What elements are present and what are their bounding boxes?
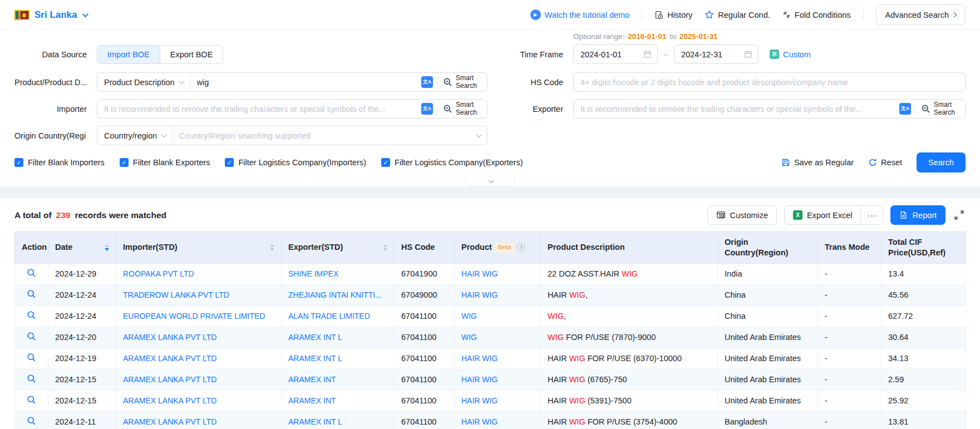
optional-range: Optional range: 2016-01-01 to 2025-01-31 bbox=[573, 32, 718, 41]
cell-importer-link[interactable]: ARAMEX LANKA PVT LTD bbox=[116, 327, 282, 348]
search-button[interactable]: Search bbox=[917, 152, 966, 172]
cell-product-link[interactable]: WIG bbox=[455, 327, 541, 348]
checkbox-filter-logistics-exporters[interactable]: ✓ Filter Logistics Company(Exporters) bbox=[381, 158, 523, 167]
advanced-search-button[interactable]: Advanced Search bbox=[876, 4, 966, 25]
cell-exporter-link[interactable]: ARAMEX INT L bbox=[282, 327, 395, 348]
chevron-down-icon bbox=[489, 177, 494, 183]
cell-trans-mode: - bbox=[818, 263, 881, 284]
exporter-smart-search-button[interactable]: Smart Search bbox=[915, 101, 965, 117]
cell-product-link[interactable]: WIG bbox=[455, 305, 541, 327]
cell-date: 2024-12-15 bbox=[48, 390, 116, 411]
cell-exporter-link[interactable]: ARAMEX INT bbox=[282, 390, 395, 411]
custom-label: Custom bbox=[783, 50, 811, 59]
cell-importer-link[interactable]: ARAMEX LANKA PVT LTD bbox=[116, 411, 282, 429]
importer-input-group: 文A Smart Search bbox=[97, 99, 487, 119]
reset-icon bbox=[868, 158, 877, 167]
checkbox-filter-logistics-importers[interactable]: ✓ Filter Logistics Company(Importers) bbox=[225, 158, 366, 167]
magnifier-icon[interactable] bbox=[27, 374, 36, 383]
cell-exporter-link[interactable]: SHINE IMPEX bbox=[282, 263, 395, 284]
magnifier-icon[interactable] bbox=[27, 332, 36, 341]
cell-importer-link[interactable]: ARAMEX LANKA PVT LTD bbox=[116, 390, 282, 411]
sort-icon[interactable] bbox=[105, 244, 109, 251]
info-icon[interactable]: i bbox=[517, 243, 525, 252]
translate-icon[interactable]: 文A bbox=[421, 76, 433, 88]
magnifier-icon[interactable] bbox=[27, 310, 36, 320]
cell-date: 2024-12-15 bbox=[48, 369, 116, 390]
hs-code-input[interactable] bbox=[574, 78, 965, 87]
magnifier-icon[interactable] bbox=[27, 395, 36, 405]
date-from-value: 2024-01-01 bbox=[580, 50, 622, 59]
cell-exporter-link[interactable]: ARAMEX INT L bbox=[282, 411, 395, 429]
row-detail-button[interactable] bbox=[15, 263, 48, 284]
date-to-input[interactable]: 2024-12-31 bbox=[674, 45, 759, 64]
cell-product-link[interactable]: HAIR WIG bbox=[455, 284, 541, 305]
row-detail-button[interactable] bbox=[15, 327, 48, 348]
regular-cond-button[interactable]: Regular Cond. bbox=[705, 10, 770, 19]
cell-product-link[interactable]: HAIR WIG bbox=[455, 390, 541, 411]
cell-product-link[interactable]: HAIR WIG bbox=[455, 263, 541, 284]
magnifier-icon[interactable] bbox=[27, 289, 36, 299]
row-detail-button[interactable] bbox=[15, 411, 48, 429]
cell-product-link[interactable]: HAIR WIG bbox=[455, 369, 541, 390]
exporter-input[interactable] bbox=[574, 105, 895, 114]
cell-importer-link[interactable]: ARAMEX LANKA PVT LTD bbox=[116, 348, 282, 369]
date-from-input[interactable]: 2024-01-01 bbox=[573, 45, 658, 64]
export-excel-button[interactable]: X Export Excel bbox=[785, 206, 860, 224]
cell-product-link[interactable]: HAIR WIG bbox=[455, 348, 541, 369]
cell-product-link[interactable]: HAIR WIG bbox=[455, 411, 541, 429]
collapse-panel-tab[interactable] bbox=[466, 177, 515, 186]
cell-importer-link[interactable]: TRADEROW LANKA PVT LTD bbox=[116, 284, 282, 305]
sort-icon[interactable] bbox=[383, 244, 387, 251]
product-field-select[interactable]: Product Description bbox=[97, 73, 190, 91]
save-as-regular-button[interactable]: Save as Regular bbox=[781, 158, 854, 167]
row-detail-button[interactable] bbox=[15, 284, 48, 305]
cell-exporter-link[interactable]: ALAN TRADE LIMITED bbox=[282, 305, 395, 327]
origin-country-input[interactable] bbox=[173, 131, 474, 140]
magnifier-icon[interactable] bbox=[27, 268, 36, 278]
customize-button[interactable]: Customize bbox=[707, 205, 777, 225]
report-button[interactable]: Report bbox=[890, 205, 945, 225]
cell-hs-code: 67049000 bbox=[395, 284, 455, 305]
cell-importer-link[interactable]: EUROPEAN WORLD PRIVATE LIMITED bbox=[116, 305, 282, 327]
cell-product-description: HAIR WIG, bbox=[541, 284, 718, 305]
magnifier-icon[interactable] bbox=[27, 353, 36, 362]
col-importer[interactable]: Importer(STD) bbox=[116, 232, 282, 264]
more-actions-button[interactable]: ··· bbox=[860, 206, 883, 224]
cell-importer-link[interactable]: ARAMEX LANKA PVT LTD bbox=[116, 369, 282, 390]
translate-icon[interactable]: 文A bbox=[899, 103, 911, 115]
importer-smart-search-button[interactable]: Smart Search bbox=[437, 101, 487, 117]
col-date[interactable]: Date bbox=[48, 232, 116, 264]
table-row: 2024-12-24TRADEROW LANKA PVT LTDZHEJIANG… bbox=[15, 284, 966, 305]
col-exporter[interactable]: Exporter(STD) bbox=[282, 232, 395, 264]
custom-range-button[interactable]: ⌘ Custom bbox=[770, 50, 811, 59]
translate-icon[interactable]: 文A bbox=[421, 103, 433, 115]
row-detail-button[interactable] bbox=[15, 348, 48, 369]
fold-conditions-button[interactable]: Fold Conditions bbox=[782, 11, 851, 19]
country-selector[interactable]: Sri Lanka bbox=[14, 9, 87, 21]
row-detail-button[interactable] bbox=[15, 305, 48, 327]
importer-input[interactable] bbox=[97, 105, 417, 114]
watch-tutorial-link[interactable]: ▶ Watch the tutorial demo bbox=[530, 9, 630, 20]
tab-import-boe[interactable]: Import BOE bbox=[97, 46, 160, 63]
cell-importer-link[interactable]: ROOPAKA PVT LTD bbox=[116, 263, 282, 284]
product-smart-search-button[interactable]: Smart Search bbox=[437, 75, 487, 90]
checkbox-filter-blank-exporters[interactable]: ✓ Filter Blank Exporters bbox=[120, 158, 210, 167]
cell-exporter-link[interactable]: ZHEJIANG INTAI KNITTI... bbox=[282, 284, 395, 305]
sort-icon[interactable] bbox=[270, 244, 274, 251]
watch-tutorial-label: Watch the tutorial demo bbox=[545, 11, 630, 19]
fullscreen-button[interactable] bbox=[953, 209, 966, 221]
cell-trans-mode: - bbox=[818, 348, 881, 369]
cell-exporter-link[interactable]: ARAMEX INT L bbox=[282, 348, 395, 369]
chevron-right-icon bbox=[952, 12, 957, 18]
magnifier-icon[interactable] bbox=[27, 416, 36, 426]
exporter-label: Exporter bbox=[498, 105, 563, 114]
product-search-input[interactable] bbox=[190, 78, 417, 87]
row-detail-button[interactable] bbox=[15, 390, 48, 411]
history-button[interactable]: History bbox=[654, 11, 692, 19]
row-detail-button[interactable] bbox=[15, 369, 48, 390]
cell-exporter-link[interactable]: ARAMEX INT bbox=[282, 369, 395, 390]
tab-export-boe[interactable]: Export BOE bbox=[160, 46, 223, 63]
reset-button[interactable]: Reset bbox=[868, 158, 902, 167]
checkbox-filter-blank-importers[interactable]: ✓ Filter Blank Importers bbox=[14, 158, 105, 167]
origin-country-select[interactable]: Country/region bbox=[97, 126, 173, 145]
